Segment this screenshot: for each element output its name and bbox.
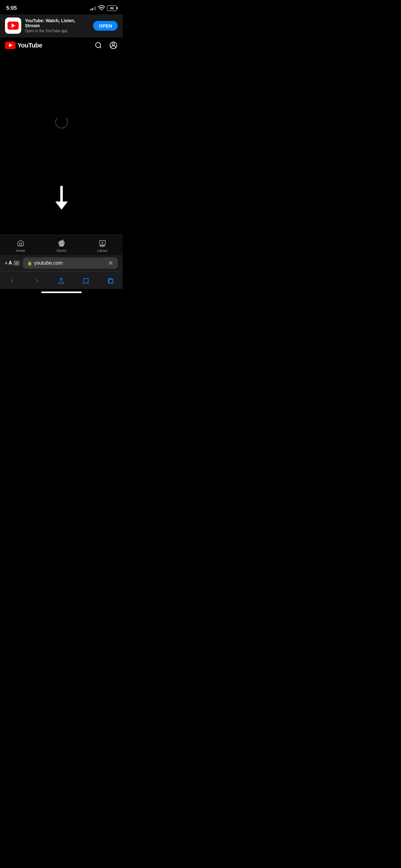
- forward-button[interactable]: [30, 274, 44, 288]
- signal-icon: [90, 6, 96, 10]
- aa-small: A: [5, 261, 7, 265]
- nav-home-label: Home: [16, 249, 25, 252]
- battery-icon: 46: [107, 5, 116, 11]
- search-button[interactable]: [94, 41, 103, 50]
- svg-point-0: [101, 11, 102, 11]
- aa-large: A: [8, 260, 12, 266]
- yt-logo[interactable]: YouTube: [5, 41, 42, 49]
- status-time: 5:05: [6, 5, 17, 11]
- yt-app-icon: [7, 22, 19, 30]
- loading-spinner: [55, 116, 68, 128]
- nav-library[interactable]: Library: [82, 238, 123, 254]
- arrow-head: [55, 202, 68, 210]
- tabs-button[interactable]: [104, 274, 118, 288]
- back-button[interactable]: [5, 274, 19, 288]
- bookmarks-button[interactable]: [79, 274, 93, 288]
- url-text: youtube.com: [34, 260, 63, 266]
- svg-point-1: [96, 42, 101, 48]
- safari-address-bar: A A 🔒 youtube.com ✕: [0, 255, 123, 271]
- url-bar[interactable]: 🔒 youtube.com ✕: [23, 257, 118, 269]
- yt-logo-icon: [5, 41, 15, 49]
- app-banner-subtitle: Open in the YouTube app: [25, 29, 89, 33]
- home-indicator: [0, 289, 123, 297]
- bottom-nav: Home Shorts Library: [0, 235, 123, 255]
- home-icon: [16, 239, 25, 247]
- account-icon: [109, 41, 118, 50]
- nav-shorts-label: Shorts: [57, 249, 67, 252]
- arrow-shaft: [60, 186, 63, 202]
- clear-url-button[interactable]: ✕: [108, 260, 113, 266]
- safari-toolbar: [0, 271, 123, 289]
- shorts-icon: [57, 239, 66, 247]
- open-app-button[interactable]: OPEN: [93, 21, 118, 31]
- yt-logo-text: YouTube: [18, 42, 42, 49]
- header-icons: [94, 41, 118, 50]
- svg-marker-6: [102, 242, 104, 244]
- app-banner: YouTube: Watch, Listen, Stream Open in t…: [0, 14, 123, 37]
- reader-icon: [13, 260, 20, 266]
- app-banner-title: YouTube: Watch, Listen, Stream: [25, 18, 89, 28]
- main-content: [0, 54, 123, 235]
- status-bar: 5:05 46: [0, 0, 123, 14]
- svg-point-4: [112, 43, 114, 45]
- nav-shorts[interactable]: Shorts: [41, 238, 82, 254]
- down-arrow: [55, 186, 68, 210]
- lock-icon: 🔒: [27, 261, 32, 266]
- app-icon: [5, 18, 21, 34]
- share-button[interactable]: [54, 274, 68, 288]
- account-button[interactable]: [109, 41, 118, 50]
- status-icons: 46: [90, 4, 116, 12]
- app-banner-info: YouTube: Watch, Listen, Stream Open in t…: [25, 18, 89, 33]
- search-icon: [95, 41, 102, 49]
- reader-mode-button[interactable]: A A: [5, 260, 20, 266]
- nav-home[interactable]: Home: [0, 238, 41, 254]
- nav-library-label: Library: [97, 249, 108, 252]
- svg-line-2: [100, 47, 101, 48]
- yt-header: YouTube: [0, 37, 123, 54]
- home-bar: [41, 291, 82, 293]
- svg-rect-10: [109, 279, 113, 283]
- library-icon: [98, 239, 107, 247]
- wifi-icon: [98, 4, 105, 12]
